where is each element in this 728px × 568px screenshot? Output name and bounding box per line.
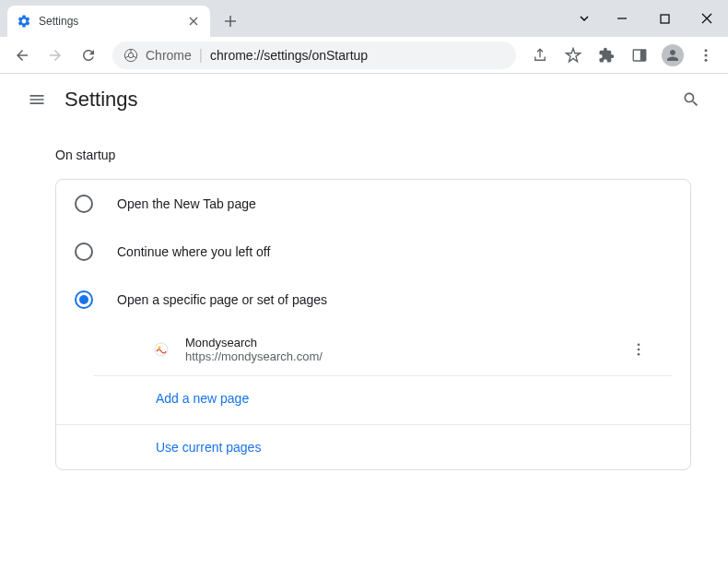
- svg-point-7: [705, 58, 708, 61]
- radio-new-tab[interactable]: Open the New Tab page: [56, 180, 690, 228]
- startup-page-entry: Mondysearch https://mondysearch.com/: [93, 324, 672, 376]
- browser-tab[interactable]: Settings: [7, 6, 210, 37]
- startup-card: Open the New Tab page Continue where you…: [55, 179, 691, 470]
- radio-specific-pages[interactable]: Open a specific page or set of pages: [56, 276, 690, 324]
- add-page-button[interactable]: Add a new page: [56, 376, 690, 420]
- more-vert-icon[interactable]: [624, 335, 653, 364]
- radio-label: Continue where you left off: [117, 244, 270, 259]
- tab-strip: Settings: [0, 0, 568, 37]
- svg-point-11: [638, 349, 640, 351]
- hamburger-icon[interactable]: [18, 81, 55, 118]
- chevron-down-icon[interactable]: [568, 5, 601, 32]
- page-info: Mondysearch https://mondysearch.com/: [185, 336, 624, 363]
- back-button[interactable]: [7, 41, 37, 70]
- search-icon[interactable]: [673, 81, 710, 118]
- settings-header: Settings: [0, 74, 728, 125]
- svg-point-10: [638, 343, 640, 346]
- radio-icon: [75, 195, 93, 213]
- forward-button[interactable]: [41, 41, 70, 70]
- reload-button[interactable]: [74, 41, 103, 70]
- page-name: Mondysearch: [185, 336, 624, 349]
- radio-continue[interactable]: Continue where you left off: [56, 228, 690, 276]
- close-icon[interactable]: [186, 14, 201, 29]
- svg-point-9: [159, 347, 161, 349]
- svg-point-5: [705, 49, 708, 52]
- svg-point-8: [155, 343, 168, 356]
- separator: |: [199, 47, 203, 64]
- section-title: On startup: [55, 148, 691, 162]
- minimize-button[interactable]: [601, 5, 643, 32]
- sidepanel-icon[interactable]: [625, 41, 654, 70]
- omnibox-origin: Chrome: [146, 48, 192, 63]
- use-current-pages-button[interactable]: Use current pages: [56, 424, 690, 469]
- site-favicon: [154, 342, 169, 357]
- radio-icon: [75, 290, 93, 309]
- svg-rect-4: [640, 50, 646, 61]
- address-bar[interactable]: Chrome | chrome://settings/onStartup: [112, 41, 516, 69]
- browser-toolbar: Chrome | chrome://settings/onStartup: [0, 37, 728, 74]
- bookmark-icon[interactable]: [558, 41, 588, 70]
- extensions-icon[interactable]: [592, 41, 621, 70]
- maximize-button[interactable]: [643, 5, 686, 32]
- page-url: https://mondysearch.com/: [185, 349, 624, 363]
- profile-avatar[interactable]: [658, 41, 687, 70]
- page-title: Settings: [65, 88, 138, 112]
- close-window-button[interactable]: [686, 5, 728, 32]
- share-icon[interactable]: [525, 41, 555, 70]
- window-titlebar: Settings: [0, 0, 728, 37]
- chrome-icon: [123, 48, 138, 63]
- svg-point-6: [705, 53, 708, 56]
- new-tab-button[interactable]: [217, 8, 243, 34]
- tab-title: Settings: [39, 15, 179, 28]
- settings-content: On startup Open the New Tab page Continu…: [0, 125, 728, 489]
- radio-label: Open a specific page or set of pages: [117, 292, 327, 307]
- menu-icon[interactable]: [691, 41, 721, 70]
- radio-label: Open the New Tab page: [117, 196, 256, 211]
- window-controls: [568, 0, 728, 37]
- gear-icon: [17, 14, 31, 29]
- svg-point-2: [128, 53, 133, 57]
- omnibox-url: chrome://settings/onStartup: [210, 48, 368, 63]
- radio-icon: [75, 243, 93, 261]
- svg-point-12: [638, 353, 640, 356]
- svg-rect-0: [661, 15, 669, 23]
